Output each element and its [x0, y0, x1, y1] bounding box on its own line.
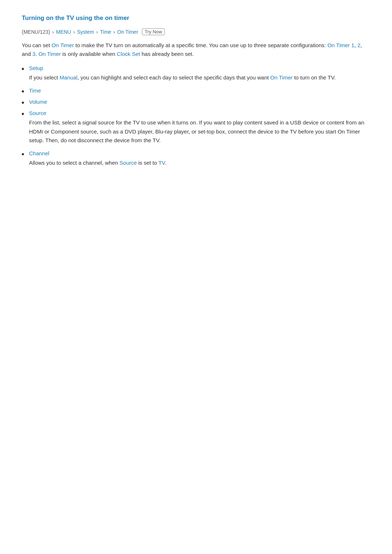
breadcrumb-menu[interactable]: MENU	[56, 29, 71, 35]
intro-clock-set-link[interactable]: Clock Set	[117, 51, 140, 57]
bullet-list: Setup If you select Manual, you can high…	[22, 65, 370, 168]
bullet-content-time: Time	[29, 87, 370, 94]
bullet-content-channel: Channel Allows you to select a channel, …	[29, 150, 370, 168]
desc-manual-link[interactable]: Manual	[60, 74, 77, 81]
bullet-label-channel[interactable]: Channel	[29, 150, 370, 156]
try-now-badge[interactable]: Try Now	[142, 28, 165, 35]
breadcrumb-menu123: (MENU/123)	[22, 29, 50, 35]
list-item-setup: Setup If you select Manual, you can high…	[22, 65, 370, 82]
bullet-content-source: Source From the list, select a signal so…	[29, 110, 370, 145]
breadcrumb-arrow-1: ›	[52, 29, 54, 35]
bullet-content-volume: Volume	[29, 99, 370, 105]
breadcrumb-time[interactable]: Time	[100, 29, 111, 35]
list-item-channel: Channel Allows you to select a channel, …	[22, 150, 370, 168]
list-item-source: Source From the list, select a signal so…	[22, 110, 370, 145]
breadcrumb-on-timer[interactable]: On Timer	[117, 29, 138, 35]
intro-on-timer-1-link[interactable]: On Timer 1	[327, 42, 354, 48]
bullet-content-setup: Setup If you select Manual, you can high…	[29, 65, 370, 82]
bullet-dot-volume	[22, 102, 24, 104]
breadcrumb-arrow-4: ›	[113, 29, 115, 35]
intro-2-link: 2	[358, 42, 360, 48]
bullet-desc-setup: If you select Manual, you can highlight …	[29, 73, 370, 82]
bullet-dot-setup	[22, 68, 24, 70]
breadcrumb: (MENU/123) › MENU › System › Time › On T…	[22, 28, 370, 35]
list-item-volume: Volume	[22, 99, 370, 105]
desc-source-link[interactable]: Source	[119, 160, 137, 166]
bullet-desc-channel: Allows you to select a channel, when Sou…	[29, 159, 370, 168]
intro-on-timer-2-link[interactable]: On Timer	[38, 51, 61, 57]
desc-on-timer-link[interactable]: On Timer	[270, 74, 293, 81]
desc-tv-link[interactable]: TV	[159, 160, 165, 166]
bullet-dot-time	[22, 90, 24, 93]
bullet-label-volume[interactable]: Volume	[29, 99, 370, 105]
breadcrumb-arrow-2: ›	[73, 29, 75, 35]
intro-paragraph: You can set On Timer to make the TV turn…	[22, 41, 370, 58]
breadcrumb-system[interactable]: System	[77, 29, 94, 35]
bullet-label-time[interactable]: Time	[29, 87, 370, 94]
intro-3-link: 3	[32, 51, 35, 57]
bullet-label-setup[interactable]: Setup	[29, 65, 370, 71]
bullet-dot-channel	[22, 153, 24, 155]
bullet-dot-source	[22, 113, 24, 115]
intro-on-timer-link[interactable]: On Timer	[52, 42, 74, 48]
page-title: Turning on the TV using the on timer	[22, 15, 370, 22]
breadcrumb-arrow-3: ›	[96, 29, 98, 35]
bullet-desc-source: From the list, select a signal source fo…	[29, 118, 370, 145]
bullet-label-source[interactable]: Source	[29, 110, 370, 116]
list-item-time: Time	[22, 87, 370, 94]
